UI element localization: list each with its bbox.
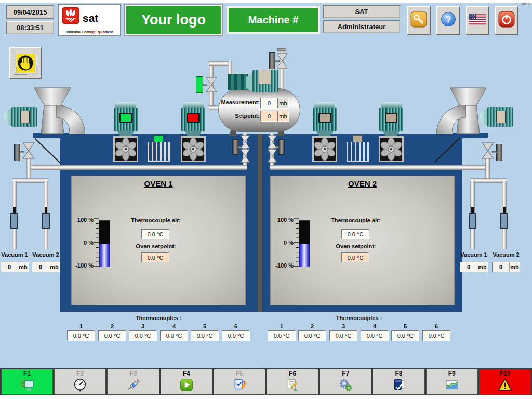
fan-motor-3 bbox=[313, 102, 337, 136]
valve-icon bbox=[267, 135, 277, 151]
company-display: SAT bbox=[323, 5, 400, 18]
measurement-label: Measurement: bbox=[215, 99, 260, 105]
tc-number: 4 bbox=[361, 323, 389, 329]
checklist-pencil-icon bbox=[232, 378, 247, 394]
tc-number: 2 bbox=[98, 323, 126, 329]
tc-value: 0.0 °C bbox=[268, 330, 296, 341]
tc-value: 0.0 °C bbox=[361, 330, 389, 341]
tc-value: 0.0 °C bbox=[298, 330, 326, 341]
air-tc-value: 0.0 °C bbox=[141, 229, 169, 239]
tc-number: 4 bbox=[160, 323, 188, 329]
elbow-duct-left bbox=[56, 105, 85, 136]
fkey-f3-injection[interactable]: F3 bbox=[107, 369, 159, 395]
fan-motor-2 bbox=[181, 102, 205, 136]
fkey-f4-start[interactable]: F4 bbox=[161, 369, 212, 395]
fkey-f9-trends[interactable]: F9 bbox=[426, 369, 478, 395]
fkey-f1-synoptic[interactable]: F1 bbox=[1, 369, 53, 395]
pressure-setpoint-input[interactable]: 0 bbox=[260, 111, 278, 122]
bar-negative bbox=[99, 244, 110, 267]
tc-number: 6 bbox=[422, 323, 450, 329]
vacuum2-display: 0mb bbox=[492, 262, 520, 272]
manual-stop-button[interactable] bbox=[9, 47, 42, 79]
valve-icon bbox=[240, 149, 250, 165]
motor-skirt bbox=[184, 131, 202, 136]
fkey-f8-logbook[interactable]: F8 bbox=[373, 369, 424, 395]
tc-value: 0.0 °C bbox=[422, 330, 450, 341]
damper-linkage-left bbox=[35, 138, 61, 164]
fkey-f7-settings[interactable]: F7 bbox=[320, 369, 371, 395]
fkey-f6-report[interactable]: F6 bbox=[267, 369, 318, 395]
oven-setpoint-input[interactable]: 0.0 °C bbox=[341, 252, 369, 262]
syringe-icon bbox=[126, 378, 141, 394]
valve-icon bbox=[267, 149, 277, 165]
pressure-measurement-value: 0 bbox=[260, 98, 278, 109]
shutdown-button[interactable] bbox=[495, 6, 518, 35]
motor-skirt bbox=[382, 131, 400, 136]
logbook-icon bbox=[392, 378, 406, 394]
tc-number: 6 bbox=[222, 323, 250, 329]
gauge-bottom-label: -100 % bbox=[265, 262, 294, 269]
tc-header: Thermocouples : bbox=[96, 315, 221, 321]
valve-handle bbox=[496, 144, 502, 161]
air-tc-label: Thermocouple air: bbox=[119, 217, 192, 223]
key-icon bbox=[410, 11, 427, 30]
gauge-mid-label: 0 % bbox=[69, 240, 94, 246]
play-icon bbox=[179, 378, 194, 394]
vacuum1-label: Vacuum 1 bbox=[459, 251, 488, 258]
fkey-f5-checklist[interactable]: F5 bbox=[214, 369, 265, 395]
fan-icon bbox=[312, 136, 337, 162]
oven-setpoint-input[interactable]: 0.0 °C bbox=[141, 252, 169, 262]
help-button[interactable]: ? bbox=[436, 6, 460, 35]
hmi-screen: V0.0 09/04/2015 08:33:51 sat Industrial … bbox=[0, 0, 532, 399]
help-icon: ? bbox=[440, 11, 457, 30]
motor-plate bbox=[20, 111, 30, 123]
bar-positive bbox=[299, 221, 310, 244]
motor-status-red bbox=[187, 113, 200, 123]
power-icon bbox=[498, 11, 515, 30]
tc-number: 3 bbox=[129, 323, 157, 329]
function-key-bar: F1 F2 F3 F4 F5 F6 F7 F8 F9 F10 bbox=[0, 368, 532, 395]
sat-logo-box: sat Industrial Heating Equipment bbox=[58, 4, 121, 36]
vacuum-sensor bbox=[10, 213, 18, 229]
power-bargraph bbox=[299, 220, 310, 267]
motor-skirt bbox=[117, 131, 135, 136]
gauge-ticks bbox=[294, 218, 299, 269]
tc-number: 2 bbox=[298, 323, 326, 329]
blower-motor-left bbox=[4, 106, 37, 128]
elbow-duct-right bbox=[436, 105, 466, 136]
top-edge bbox=[0, 0, 532, 3]
tc-value: 0.0 °C bbox=[67, 330, 95, 341]
fan-icon bbox=[113, 136, 138, 162]
vacuum1-label: Vacuum 1 bbox=[0, 251, 29, 258]
valve-icon bbox=[240, 135, 250, 151]
fan-icon bbox=[181, 136, 206, 162]
tc-value: 0.0 °C bbox=[191, 330, 219, 341]
bar-positive bbox=[99, 221, 110, 244]
pipe bbox=[470, 178, 507, 183]
heater-coil-icon bbox=[148, 142, 170, 162]
motor-status-green bbox=[119, 113, 132, 123]
pipe-cap bbox=[277, 48, 286, 51]
pressure-setpoint-unit: mb bbox=[277, 111, 289, 122]
language-button[interactable] bbox=[466, 6, 489, 35]
brand-tagline: Industrial Heating Equipment bbox=[59, 30, 120, 34]
brand-text: sat bbox=[83, 12, 98, 24]
fkey-f2-gauges[interactable]: F2 bbox=[54, 369, 106, 395]
vacuum2-label: Vacuum 2 bbox=[491, 251, 521, 258]
power-bargraph bbox=[99, 220, 110, 267]
pipe bbox=[270, 165, 490, 170]
fkey-f10-alarms[interactable]: F10 bbox=[479, 369, 531, 395]
valve-icon bbox=[276, 53, 288, 71]
tc-value: 0.0 °C bbox=[222, 330, 250, 341]
gauge-ticks bbox=[94, 218, 99, 269]
machine-number-button[interactable]: Machine # bbox=[227, 6, 320, 34]
your-logo-button[interactable]: Your logo bbox=[125, 5, 222, 35]
login-button[interactable] bbox=[407, 6, 431, 35]
vacuum-sensor bbox=[42, 213, 50, 229]
svg-text:?: ? bbox=[446, 15, 451, 24]
gauge-top-label: 100 % bbox=[269, 217, 294, 223]
heater-coil-icon bbox=[347, 142, 369, 162]
tc-value: 0.0 °C bbox=[160, 330, 188, 341]
pump-motor-plate bbox=[259, 70, 271, 84]
oven1-title: OVEN 1 bbox=[71, 179, 246, 188]
